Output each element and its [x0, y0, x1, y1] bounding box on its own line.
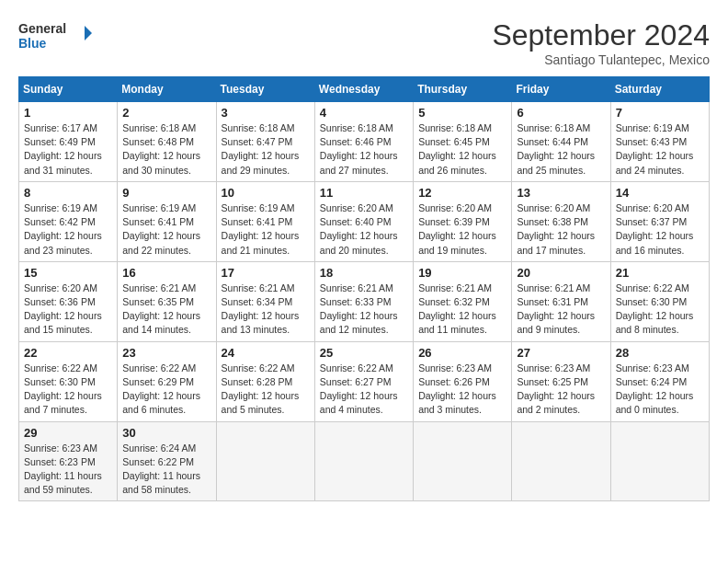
calendar-day-cell: [610, 421, 709, 501]
calendar-day-cell: 17 Sunrise: 6:21 AM Sunset: 6:34 PM Dayl…: [216, 261, 314, 341]
day-info: Sunrise: 6:20 AM Sunset: 6:37 PM Dayligh…: [616, 201, 704, 258]
day-number: 5: [418, 106, 506, 120]
day-number: 4: [320, 106, 408, 120]
day-number: 9: [122, 186, 210, 200]
day-number: 16: [122, 266, 210, 280]
calendar-week-row: 22 Sunrise: 6:22 AM Sunset: 6:30 PM Dayl…: [19, 341, 710, 421]
day-info: Sunrise: 6:17 AM Sunset: 6:49 PM Dayligh…: [24, 121, 112, 178]
day-info: Sunrise: 6:19 AM Sunset: 6:42 PM Dayligh…: [24, 201, 112, 258]
day-number: 24: [222, 346, 310, 360]
calendar-day-cell: 9 Sunrise: 6:19 AM Sunset: 6:41 PM Dayli…: [118, 181, 216, 261]
calendar-day-cell: 6 Sunrise: 6:18 AM Sunset: 6:44 PM Dayli…: [512, 102, 610, 182]
calendar-day-cell: 2 Sunrise: 6:18 AM Sunset: 6:48 PM Dayli…: [118, 102, 216, 182]
day-info: Sunrise: 6:20 AM Sunset: 6:38 PM Dayligh…: [517, 201, 605, 258]
calendar-day-cell: 26 Sunrise: 6:23 AM Sunset: 6:26 PM Dayl…: [414, 341, 512, 421]
calendar-day-cell: 1 Sunrise: 6:17 AM Sunset: 6:49 PM Dayli…: [19, 102, 118, 182]
calendar-day-cell: 7 Sunrise: 6:19 AM Sunset: 6:43 PM Dayli…: [610, 102, 709, 182]
day-number: 13: [517, 186, 605, 200]
day-number: 27: [517, 346, 605, 360]
calendar-day-cell: [512, 421, 610, 501]
header-wednesday: Wednesday: [314, 77, 413, 102]
day-info: Sunrise: 6:22 AM Sunset: 6:27 PM Dayligh…: [320, 362, 408, 418]
calendar-day-cell: [216, 421, 314, 501]
calendar-day-cell: 28 Sunrise: 6:23 AM Sunset: 6:24 PM Dayl…: [610, 341, 709, 421]
header-thursday: Thursday: [414, 77, 512, 102]
calendar-day-cell: 24 Sunrise: 6:22 AM Sunset: 6:28 PM Dayl…: [216, 341, 314, 421]
day-info: Sunrise: 6:20 AM Sunset: 6:40 PM Dayligh…: [320, 201, 408, 258]
calendar-week-row: 8 Sunrise: 6:19 AM Sunset: 6:42 PM Dayli…: [19, 181, 710, 261]
calendar-day-cell: 19 Sunrise: 6:21 AM Sunset: 6:32 PM Dayl…: [414, 261, 512, 341]
calendar-day-cell: 20 Sunrise: 6:21 AM Sunset: 6:31 PM Dayl…: [512, 261, 610, 341]
day-number: 3: [222, 106, 310, 120]
day-info: Sunrise: 6:18 AM Sunset: 6:44 PM Dayligh…: [517, 121, 605, 178]
calendar-day-cell: 16 Sunrise: 6:21 AM Sunset: 6:35 PM Dayl…: [118, 261, 216, 341]
calendar-day-cell: 15 Sunrise: 6:20 AM Sunset: 6:36 PM Dayl…: [19, 261, 118, 341]
day-info: Sunrise: 6:24 AM Sunset: 6:22 PM Dayligh…: [122, 442, 210, 498]
calendar-day-cell: [314, 421, 413, 501]
svg-marker-2: [85, 26, 92, 40]
day-info: Sunrise: 6:20 AM Sunset: 6:36 PM Dayligh…: [24, 282, 112, 338]
day-info: Sunrise: 6:21 AM Sunset: 6:32 PM Dayligh…: [418, 282, 506, 338]
day-info: Sunrise: 6:21 AM Sunset: 6:31 PM Dayligh…: [517, 282, 605, 338]
calendar-day-cell: 11 Sunrise: 6:20 AM Sunset: 6:40 PM Dayl…: [314, 181, 413, 261]
day-info: Sunrise: 6:23 AM Sunset: 6:25 PM Dayligh…: [517, 362, 605, 418]
day-info: Sunrise: 6:21 AM Sunset: 6:33 PM Dayligh…: [320, 282, 408, 338]
header-sunday: Sunday: [19, 77, 118, 102]
day-number: 25: [320, 346, 408, 360]
day-info: Sunrise: 6:22 AM Sunset: 6:30 PM Dayligh…: [616, 282, 704, 338]
calendar-day-cell: 25 Sunrise: 6:22 AM Sunset: 6:27 PM Dayl…: [314, 341, 413, 421]
day-info: Sunrise: 6:19 AM Sunset: 6:43 PM Dayligh…: [616, 121, 704, 178]
day-number: 2: [122, 106, 210, 120]
calendar-table: Sunday Monday Tuesday Wednesday Thursday…: [18, 76, 710, 501]
day-number: 1: [24, 106, 112, 120]
day-number: 20: [517, 266, 605, 280]
day-info: Sunrise: 6:23 AM Sunset: 6:24 PM Dayligh…: [616, 362, 704, 418]
day-info: Sunrise: 6:18 AM Sunset: 6:47 PM Dayligh…: [222, 121, 310, 178]
calendar-day-cell: 14 Sunrise: 6:20 AM Sunset: 6:37 PM Dayl…: [610, 181, 709, 261]
calendar-day-cell: 5 Sunrise: 6:18 AM Sunset: 6:45 PM Dayli…: [414, 102, 512, 182]
calendar-week-row: 1 Sunrise: 6:17 AM Sunset: 6:49 PM Dayli…: [19, 102, 710, 182]
day-info: Sunrise: 6:21 AM Sunset: 6:34 PM Dayligh…: [222, 282, 310, 338]
calendar-day-cell: 3 Sunrise: 6:18 AM Sunset: 6:47 PM Dayli…: [216, 102, 314, 182]
day-info: Sunrise: 6:21 AM Sunset: 6:35 PM Dayligh…: [122, 282, 210, 338]
day-info: Sunrise: 6:20 AM Sunset: 6:39 PM Dayligh…: [418, 201, 506, 258]
calendar-day-cell: 4 Sunrise: 6:18 AM Sunset: 6:46 PM Dayli…: [314, 102, 413, 182]
title-block: September 2024 Santiago Tulantepec, Mexi…: [492, 18, 710, 67]
day-info: Sunrise: 6:18 AM Sunset: 6:45 PM Dayligh…: [418, 121, 506, 178]
weekday-header-row: Sunday Monday Tuesday Wednesday Thursday…: [19, 77, 710, 102]
day-info: Sunrise: 6:18 AM Sunset: 6:48 PM Dayligh…: [122, 121, 210, 178]
header-saturday: Saturday: [610, 77, 709, 102]
day-info: Sunrise: 6:19 AM Sunset: 6:41 PM Dayligh…: [122, 201, 210, 258]
calendar-day-cell: 8 Sunrise: 6:19 AM Sunset: 6:42 PM Dayli…: [19, 181, 118, 261]
logo-svg: General Blue: [18, 18, 92, 53]
header-tuesday: Tuesday: [216, 77, 314, 102]
day-number: 23: [122, 346, 210, 360]
day-info: Sunrise: 6:22 AM Sunset: 6:30 PM Dayligh…: [24, 362, 112, 418]
day-number: 15: [24, 266, 112, 280]
day-number: 7: [616, 106, 704, 120]
day-number: 14: [616, 186, 704, 200]
calendar-day-cell: 29 Sunrise: 6:23 AM Sunset: 6:23 PM Dayl…: [19, 421, 118, 501]
day-number: 21: [616, 266, 704, 280]
day-number: 22: [24, 346, 112, 360]
day-number: 10: [222, 186, 310, 200]
day-number: 29: [24, 426, 112, 440]
day-number: 26: [418, 346, 506, 360]
logo: General Blue: [18, 18, 92, 53]
calendar-day-cell: 13 Sunrise: 6:20 AM Sunset: 6:38 PM Dayl…: [512, 181, 610, 261]
day-info: Sunrise: 6:22 AM Sunset: 6:28 PM Dayligh…: [222, 362, 310, 418]
day-number: 18: [320, 266, 408, 280]
calendar-week-row: 29 Sunrise: 6:23 AM Sunset: 6:23 PM Dayl…: [19, 421, 710, 501]
day-number: 19: [418, 266, 506, 280]
calendar-day-cell: 30 Sunrise: 6:24 AM Sunset: 6:22 PM Dayl…: [118, 421, 216, 501]
day-info: Sunrise: 6:19 AM Sunset: 6:41 PM Dayligh…: [222, 201, 310, 258]
month-title: September 2024: [492, 18, 710, 52]
day-info: Sunrise: 6:23 AM Sunset: 6:23 PM Dayligh…: [24, 442, 112, 498]
day-number: 11: [320, 186, 408, 200]
day-number: 12: [418, 186, 506, 200]
calendar-day-cell: 21 Sunrise: 6:22 AM Sunset: 6:30 PM Dayl…: [610, 261, 709, 341]
location-subtitle: Santiago Tulantepec, Mexico: [492, 52, 710, 67]
calendar-day-cell: 18 Sunrise: 6:21 AM Sunset: 6:33 PM Dayl…: [314, 261, 413, 341]
day-info: Sunrise: 6:22 AM Sunset: 6:29 PM Dayligh…: [122, 362, 210, 418]
header-friday: Friday: [512, 77, 610, 102]
